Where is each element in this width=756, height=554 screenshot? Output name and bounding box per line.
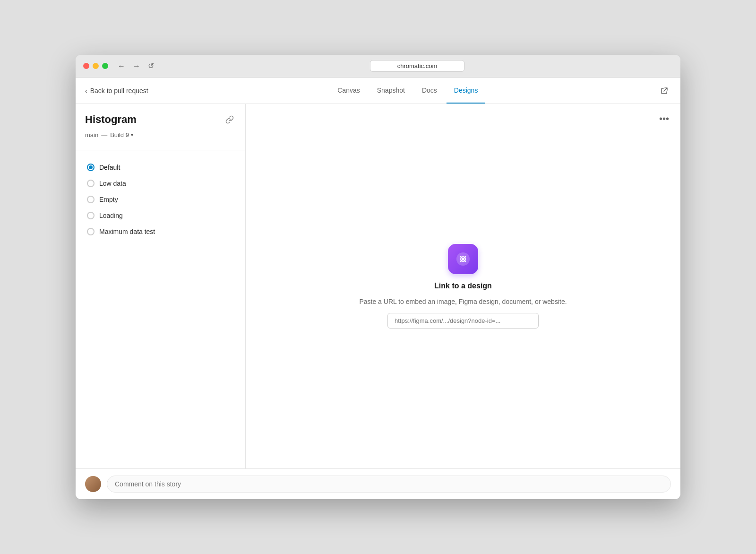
story-item-label: Default: [99, 164, 120, 171]
url-display[interactable]: chromatic.com: [370, 60, 464, 72]
sidebar-divider: [76, 150, 245, 150]
branch-name: main: [85, 131, 98, 138]
story-meta: main — Build 9 ▾: [85, 131, 236, 138]
chevron-down-icon: ▾: [131, 132, 133, 138]
sidebar: Histogram main — Build 9 ▾: [76, 104, 246, 468]
tab-canvas[interactable]: Canvas: [330, 78, 367, 104]
story-list: Default Low data Empty Loading: [85, 160, 236, 239]
story-item-label: Maximum data test: [99, 228, 155, 235]
browser-chrome: ← → ↺ chromatic.com: [76, 55, 680, 78]
back-to-pull-request-link[interactable]: ‹ Back to pull request: [85, 87, 148, 95]
comment-bar: [76, 468, 680, 499]
top-bar-actions: [658, 84, 671, 97]
main-area: Histogram main — Build 9 ▾: [76, 104, 680, 468]
radio-empty: [87, 196, 94, 203]
design-url-input[interactable]: [387, 313, 539, 329]
avatar: [85, 476, 101, 492]
forward-nav-button[interactable]: →: [131, 61, 142, 71]
close-button[interactable]: [83, 63, 89, 69]
back-link-label: Back to pull request: [90, 87, 148, 95]
list-item[interactable]: Maximum data test: [85, 224, 236, 239]
minimize-button[interactable]: [93, 63, 99, 69]
radio-default: [87, 164, 94, 171]
tab-docs[interactable]: Docs: [414, 78, 445, 104]
list-item[interactable]: Default: [85, 160, 236, 175]
back-nav-button[interactable]: ←: [116, 61, 127, 71]
copy-link-button[interactable]: [223, 113, 236, 128]
external-link-button[interactable]: [658, 84, 671, 97]
design-link-title: Link to a design: [434, 282, 492, 290]
figma-style-icon: [455, 251, 472, 268]
build-label: Build 9: [110, 131, 129, 138]
meta-separator: —: [101, 131, 107, 138]
radio-dot: [89, 165, 93, 169]
browser-nav: ← → ↺: [116, 61, 156, 71]
radio-low-data: [87, 180, 94, 187]
app-content: ‹ Back to pull request Canvas Snapshot D…: [76, 78, 680, 499]
design-icon: [448, 244, 478, 274]
design-link-container: Link to a design Paste a URL to embed an…: [359, 244, 567, 329]
radio-loading: [87, 212, 94, 219]
story-title: Histogram: [85, 113, 137, 126]
tab-designs[interactable]: Designs: [447, 78, 486, 104]
refresh-button[interactable]: ↺: [146, 61, 156, 71]
story-item-label: Empty: [99, 196, 118, 203]
story-item-label: Low data: [99, 180, 126, 187]
maximize-button[interactable]: [102, 63, 108, 69]
story-item-label: Loading: [99, 212, 123, 219]
address-bar: chromatic.com: [162, 60, 673, 72]
link-icon: [225, 115, 234, 124]
radio-maximum-data-test: [87, 228, 94, 235]
back-arrow-icon: ‹: [85, 87, 87, 95]
story-title-row: Histogram: [85, 113, 236, 128]
browser-window: ← → ↺ chromatic.com ‹ Back to pull reque…: [76, 55, 680, 499]
traffic-lights: [83, 63, 108, 69]
design-link-description: Paste a URL to embed an image, Figma des…: [359, 298, 567, 305]
list-item[interactable]: Loading: [85, 208, 236, 223]
tab-snapshot[interactable]: Snapshot: [369, 78, 412, 104]
avatar-image: [85, 476, 101, 492]
build-selector[interactable]: Build 9 ▾: [110, 131, 133, 138]
designs-content-panel: ••• Link to a design Paste a URL to embe…: [246, 104, 680, 468]
list-item[interactable]: Low data: [85, 176, 236, 191]
comment-input[interactable]: [107, 476, 671, 493]
list-item[interactable]: Empty: [85, 192, 236, 207]
tabs-container: Canvas Snapshot Docs Designs: [158, 78, 658, 104]
external-link-icon: [661, 87, 668, 95]
top-bar: ‹ Back to pull request Canvas Snapshot D…: [76, 78, 680, 104]
more-menu-button[interactable]: •••: [655, 112, 673, 126]
